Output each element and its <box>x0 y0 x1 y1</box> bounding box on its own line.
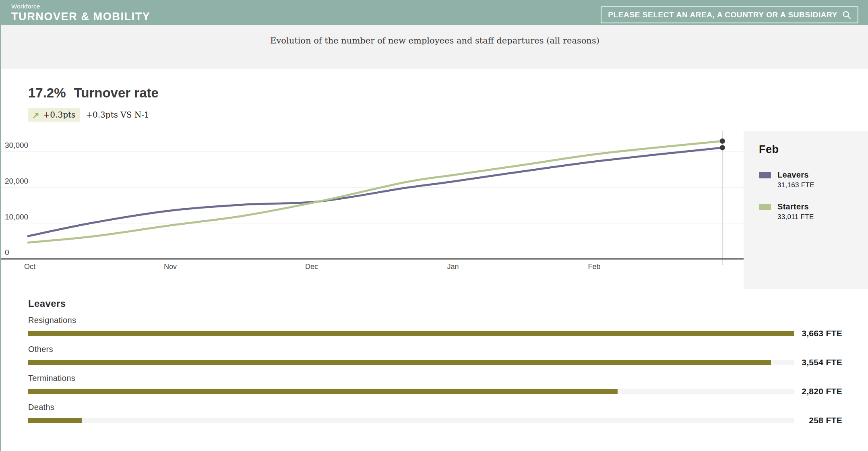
bar-value: 3,663 FTE <box>794 329 842 338</box>
y-tick-0: 0 <box>5 248 9 257</box>
app-eyebrow: Workforce <box>11 3 150 10</box>
chart-description-strip: Evolution of the number of new employees… <box>1 25 868 69</box>
bar-fill-others <box>28 360 771 365</box>
area-search-input[interactable]: PLEASE SELECT AN AREA, A COUNTRY OR A SU… <box>601 6 858 23</box>
turnover-kpi: 17.2% Turnover rate ↗ +0.3pts +0.3pts VS… <box>28 85 159 122</box>
leavers-breakdown-section: Leavers Resignations 3,663 FTE Others 3,… <box>28 298 842 425</box>
selected-point-dot-leavers[interactable] <box>720 145 725 150</box>
breakdown-row-deaths: Deaths 258 FTE <box>28 403 842 425</box>
starters-series-label: Starters <box>777 202 814 211</box>
legend-entry-leavers: Leavers 31,163 FTE <box>759 170 861 189</box>
x-tick-feb: Feb <box>588 263 600 271</box>
bar-fill-resignations <box>28 331 794 336</box>
bar-value: 2,820 FTE <box>794 387 842 396</box>
selected-month-title: Feb <box>759 143 861 156</box>
trend-badge: ↗ +0.3pts <box>28 108 80 122</box>
bar-track <box>28 418 794 423</box>
bar-fill-terminations <box>28 389 618 394</box>
breakdown-label: Terminations <box>28 374 842 383</box>
turnover-rate-value: 17.2% <box>28 85 66 101</box>
leavers-series-value: 31,163 FTE <box>777 181 814 189</box>
app-header: Workforce TURNOVER & MOBILITY PLEASE SEL… <box>1 0 868 25</box>
starters-swatch-icon <box>759 204 771 210</box>
breakdown-row-terminations: Terminations 2,820 FTE <box>28 374 842 396</box>
y-tick-30000: 30,000 <box>5 141 28 150</box>
leavers-series-label: Leavers <box>777 170 814 180</box>
search-placeholder: PLEASE SELECT AN AREA, A COUNTRY OR A SU… <box>608 10 837 19</box>
app-title-block: Workforce TURNOVER & MOBILITY <box>11 3 150 23</box>
trend-up-arrow-icon: ↗ <box>32 111 39 119</box>
x-tick-oct: Oct <box>24 263 35 271</box>
bar-track <box>28 389 794 394</box>
turnover-rate-label: Turnover rate <box>74 85 159 101</box>
starters-series-value: 33,011 FTE <box>777 213 814 221</box>
y-tick-10000: 10,000 <box>5 213 28 221</box>
trend-comparison: +0.3pts VS N-1 <box>86 110 149 120</box>
breakdown-title: Leavers <box>28 298 842 309</box>
breakdown-row-others: Others 3,554 FTE <box>28 345 842 367</box>
trend-badge-value: +0.3pts <box>43 110 76 120</box>
line-starters[interactable] <box>28 141 722 242</box>
turnover-line-chart[interactable] <box>1 128 744 270</box>
bar-track <box>28 331 794 336</box>
y-tick-20000: 20,000 <box>5 177 28 186</box>
bar-value: 3,554 FTE <box>794 358 842 367</box>
breakdown-label: Deaths <box>28 403 842 412</box>
x-tick-nov: Nov <box>164 263 177 271</box>
bar-track <box>28 360 794 365</box>
chart-description: Evolution of the number of new employees… <box>270 36 599 46</box>
selected-month-panel: Feb Leavers 31,163 FTE Starters 33,011 F… <box>744 131 868 289</box>
legend-entry-starters: Starters 33,011 FTE <box>759 202 861 221</box>
kpi-divider <box>164 88 164 121</box>
line-leavers[interactable] <box>28 148 722 236</box>
search-icon[interactable] <box>842 10 851 19</box>
page-title: TURNOVER & MOBILITY <box>11 10 150 23</box>
x-tick-jan: Jan <box>447 263 459 271</box>
selected-point-dot-starters[interactable] <box>720 139 725 144</box>
breakdown-label: Resignations <box>28 316 842 325</box>
bar-fill-deaths <box>28 418 82 423</box>
breakdown-label: Others <box>28 345 842 354</box>
bar-value: 258 FTE <box>794 416 842 425</box>
breakdown-row-resignations: Resignations 3,663 FTE <box>28 316 842 338</box>
leavers-swatch-icon <box>759 172 771 178</box>
x-tick-dec: Dec <box>305 263 318 271</box>
